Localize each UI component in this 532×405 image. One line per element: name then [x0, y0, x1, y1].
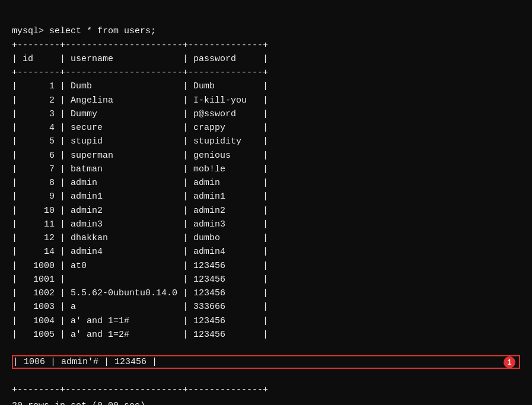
separator-top: +--------+----------------------+-------…: [12, 40, 268, 50]
table-header: | id | username | password |: [12, 54, 268, 64]
terminal-footer: +--------+----------------------+-------…: [12, 369, 520, 397]
table-rows: | 1 | Dumb | Dumb | | 2 | Angelina | I-k…: [12, 81, 268, 340]
badge: 1: [504, 356, 515, 368]
highlighted-row: | 1006 | admin'# | 123456 | 1: [12, 355, 520, 369]
separator-bottom: +--------+----------------------+-------…: [12, 385, 268, 395]
highlighted-row-text: | 1006 | admin'# | 123456 |: [13, 357, 157, 367]
separator-mid: +--------+----------------------+-------…: [12, 68, 268, 78]
sql-prompt: mysql> select * from users;: [12, 26, 156, 36]
summary-line: 20 rows in set (0.00 sec): [12, 399, 520, 405]
terminal-output: mysql> select * from users; +--------+--…: [12, 11, 520, 355]
